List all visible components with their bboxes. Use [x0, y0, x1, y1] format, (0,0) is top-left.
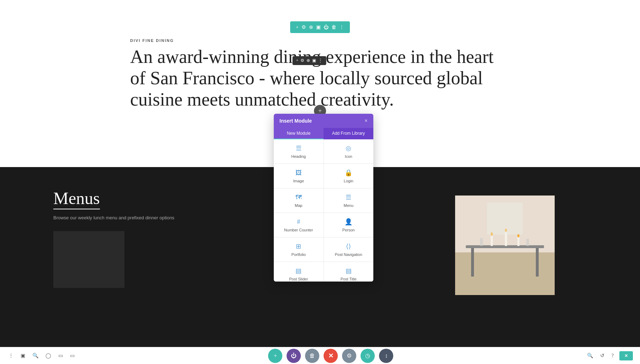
bottom-bar-center: + ⏻ 🗑 ✕ ⚙ ◷ ↕ — [268, 349, 393, 363]
add-col-icon[interactable]: + — [296, 58, 299, 63]
portfolio-icon: ⊞ — [296, 242, 301, 250]
add-row-icon[interactable]: + — [296, 25, 299, 30]
duplicate-col-icon[interactable]: ⊕ — [306, 58, 310, 63]
module-post-navigation-label: Post Navigation — [335, 252, 362, 257]
refresh-icon[interactable]: ↺ — [599, 351, 606, 360]
module-menu-label: Menu — [343, 203, 353, 208]
post-title-icon: ▤ — [346, 267, 352, 275]
module-image[interactable]: 🖼 Image — [274, 164, 324, 188]
module-login[interactable]: 🔒 Login — [324, 164, 374, 188]
responsive-fab-button[interactable]: ↕ — [379, 349, 393, 363]
modal-close-button[interactable]: × — [364, 118, 368, 124]
more-options-icon[interactable]: ⋮ — [7, 351, 15, 360]
more-col-icon[interactable]: ⋮ — [318, 58, 322, 63]
help-icon[interactable]: ? — [610, 352, 615, 360]
module-menu[interactable]: ☰ Menu — [324, 188, 374, 213]
module-post-title-label: Post Title — [341, 277, 357, 281]
svg-rect-2 — [455, 252, 555, 295]
menus-description: Browse our weekly lunch menu and prefixe… — [53, 215, 210, 220]
svg-rect-8 — [517, 236, 519, 246]
module-icon[interactable]: ◎ Icon — [324, 139, 374, 164]
layout-icon[interactable]: ▣ — [19, 351, 27, 360]
settings-row-icon[interactable]: ⚙ — [302, 24, 306, 30]
module-portfolio-label: Portfolio — [292, 252, 306, 257]
grid-col-icon[interactable]: ▣ — [312, 58, 316, 63]
number-counter-icon: # — [297, 218, 300, 226]
dining-image — [455, 196, 555, 295]
map-icon: 🗺 — [295, 194, 302, 201]
module-image-label: Image — [293, 179, 304, 183]
image-icon: 🖼 — [295, 169, 302, 177]
power-fab-button[interactable]: ⏻ — [287, 349, 301, 363]
mobile-icon[interactable]: ▭ — [69, 351, 76, 360]
post-slider-icon: ▤ — [295, 267, 302, 275]
settings-col-icon[interactable]: ⚙ — [300, 58, 304, 63]
module-post-title[interactable]: ▤ Post Title — [324, 262, 374, 282]
zoom-icon[interactable]: 🔍 — [586, 351, 594, 360]
tab-add-from-library[interactable]: Add From Library — [324, 128, 373, 139]
site-label: DIVI FINE DINING — [130, 38, 174, 43]
module-number-counter-label: Number Counter — [284, 228, 313, 232]
module-heading[interactable]: ☰ Heading — [274, 139, 324, 164]
module-icon-label: Icon — [345, 154, 352, 159]
history-fab-button[interactable]: ◷ — [361, 349, 375, 363]
add-fab-button[interactable]: + — [268, 349, 282, 363]
bottom-bar-right: 🔍 ↺ ? ✕ — [586, 351, 633, 360]
exit-button[interactable]: ✕ — [619, 351, 633, 360]
svg-rect-5 — [536, 248, 539, 277]
module-map[interactable]: 🗺 Map — [274, 188, 324, 213]
module-login-label: Login — [344, 179, 353, 183]
tab-new-module[interactable]: New Module — [274, 128, 324, 139]
icon-module-icon: ◎ — [346, 144, 351, 152]
modal-title: Insert Module — [279, 118, 312, 124]
person-icon: 👤 — [345, 218, 352, 226]
trash-fab-button[interactable]: 🗑 — [305, 349, 319, 363]
svg-rect-4 — [471, 248, 474, 277]
bottom-bar: ⋮ ▣ 🔍 ◯ ▭ ▭ + ⏻ 🗑 ✕ ⚙ ◷ ↕ 🔍 ↺ ? ✕ — [0, 347, 640, 364]
modal-header: Insert Module × — [274, 114, 373, 128]
module-post-navigation[interactable]: ⟨⟩ Post Navigation — [324, 237, 374, 262]
power-row-icon[interactable]: ⏻ — [324, 25, 329, 30]
module-post-slider-label: Post Slider — [289, 277, 308, 281]
module-grid: ☰ Heading ◎ Icon 🖼 Image 🔒 Login 🗺 Map — [274, 139, 373, 282]
svg-rect-13 — [526, 239, 529, 246]
delete-row-icon[interactable]: 🗑 — [331, 25, 336, 30]
duplicate-row-icon[interactable]: ⊕ — [309, 24, 313, 30]
svg-rect-14 — [487, 203, 523, 235]
module-map-label: Map — [295, 203, 302, 208]
more-row-icon[interactable]: ⋮ — [339, 24, 344, 30]
insert-module-modal: Insert Module × New Module Add From Libr… — [274, 114, 373, 282]
dining-table-illustration — [455, 196, 555, 295]
search-bottom-icon[interactable]: 🔍 — [31, 351, 40, 360]
dining-image-content — [455, 196, 555, 295]
bottom-bar-left: ⋮ ▣ 🔍 ◯ ▭ ▭ — [7, 351, 76, 360]
menus-title: Menus — [53, 188, 100, 209]
menu-icon: ☰ — [346, 193, 351, 201]
module-post-slider[interactable]: ▤ Post Slider — [274, 262, 324, 282]
grid-row-icon[interactable]: ▣ — [316, 24, 321, 30]
modal-tabs: New Module Add From Library — [274, 128, 373, 139]
close-fab-button[interactable]: ✕ — [324, 349, 338, 363]
module-number-counter[interactable]: # Number Counter — [274, 213, 324, 237]
post-navigation-icon: ⟨⟩ — [346, 242, 351, 250]
row-toolbar[interactable]: + ⚙ ⊕ ▣ ⏻ 🗑 ⋮ — [290, 21, 350, 33]
module-person[interactable]: 👤 Person — [324, 213, 374, 237]
module-heading-label: Heading — [291, 154, 306, 159]
module-person-label: Person — [342, 228, 355, 232]
heading-icon: ☰ — [296, 144, 302, 152]
hero-text: An award-winning dining experience in th… — [130, 46, 510, 110]
col-toolbar[interactable]: + ⚙ ⊕ ▣ ⋮ — [293, 56, 326, 65]
svg-rect-6 — [491, 235, 493, 246]
circle-icon[interactable]: ◯ — [44, 351, 53, 360]
module-portfolio[interactable]: ⊞ Portfolio — [274, 237, 324, 262]
svg-rect-12 — [480, 238, 483, 246]
menus-section: Menus Browse our weekly lunch menu and p… — [0, 188, 210, 288]
login-icon: 🔒 — [345, 169, 352, 177]
desktop-icon[interactable]: ▭ — [57, 351, 64, 360]
settings-fab-button[interactable]: ⚙ — [342, 349, 356, 363]
menu-thumbnail — [53, 231, 124, 288]
